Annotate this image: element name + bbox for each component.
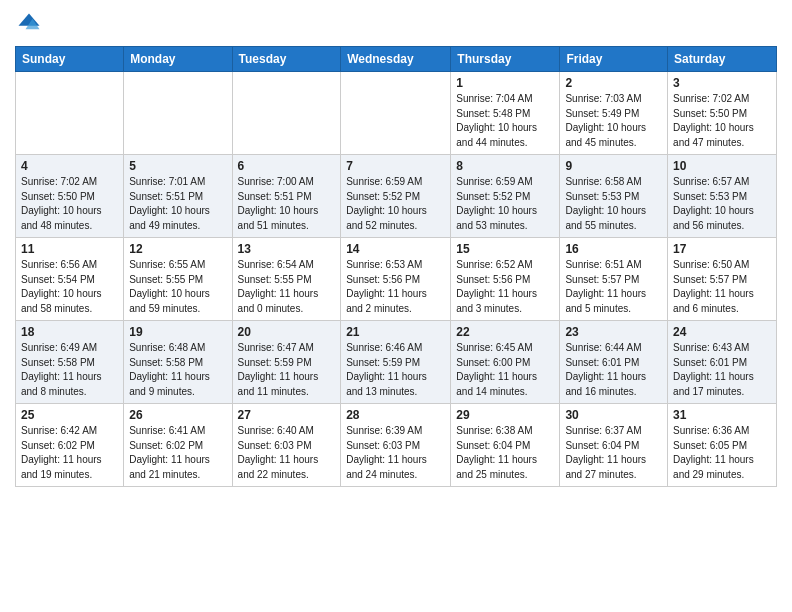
- day-number: 16: [565, 242, 662, 256]
- day-info: Sunrise: 6:58 AM Sunset: 5:53 PM Dayligh…: [565, 175, 662, 233]
- calendar-cell: 23Sunrise: 6:44 AM Sunset: 6:01 PM Dayli…: [560, 321, 668, 404]
- day-info: Sunrise: 6:52 AM Sunset: 5:56 PM Dayligh…: [456, 258, 554, 316]
- day-info: Sunrise: 6:42 AM Sunset: 6:02 PM Dayligh…: [21, 424, 118, 482]
- day-info: Sunrise: 6:59 AM Sunset: 5:52 PM Dayligh…: [346, 175, 445, 233]
- day-number: 18: [21, 325, 118, 339]
- calendar-cell: 3Sunrise: 7:02 AM Sunset: 5:50 PM Daylig…: [668, 72, 777, 155]
- calendar-header-row: SundayMondayTuesdayWednesdayThursdayFrid…: [16, 47, 777, 72]
- day-info: Sunrise: 6:43 AM Sunset: 6:01 PM Dayligh…: [673, 341, 771, 399]
- day-info: Sunrise: 6:41 AM Sunset: 6:02 PM Dayligh…: [129, 424, 226, 482]
- calendar-cell: 10Sunrise: 6:57 AM Sunset: 5:53 PM Dayli…: [668, 155, 777, 238]
- calendar-cell: 4Sunrise: 7:02 AM Sunset: 5:50 PM Daylig…: [16, 155, 124, 238]
- logo-icon: [15, 10, 43, 38]
- calendar-cell: 21Sunrise: 6:46 AM Sunset: 5:59 PM Dayli…: [341, 321, 451, 404]
- calendar-cell: 2Sunrise: 7:03 AM Sunset: 5:49 PM Daylig…: [560, 72, 668, 155]
- calendar-cell: 7Sunrise: 6:59 AM Sunset: 5:52 PM Daylig…: [341, 155, 451, 238]
- header: [15, 10, 777, 38]
- day-number: 30: [565, 408, 662, 422]
- day-number: 5: [129, 159, 226, 173]
- day-number: 17: [673, 242, 771, 256]
- calendar-cell: 11Sunrise: 6:56 AM Sunset: 5:54 PM Dayli…: [16, 238, 124, 321]
- day-info: Sunrise: 6:37 AM Sunset: 6:04 PM Dayligh…: [565, 424, 662, 482]
- calendar-cell: 25Sunrise: 6:42 AM Sunset: 6:02 PM Dayli…: [16, 404, 124, 487]
- calendar-cell: [341, 72, 451, 155]
- calendar-cell: 17Sunrise: 6:50 AM Sunset: 5:57 PM Dayli…: [668, 238, 777, 321]
- day-number: 1: [456, 76, 554, 90]
- day-number: 19: [129, 325, 226, 339]
- day-number: 2: [565, 76, 662, 90]
- calendar-cell: 31Sunrise: 6:36 AM Sunset: 6:05 PM Dayli…: [668, 404, 777, 487]
- calendar-cell: 16Sunrise: 6:51 AM Sunset: 5:57 PM Dayli…: [560, 238, 668, 321]
- calendar-cell: 22Sunrise: 6:45 AM Sunset: 6:00 PM Dayli…: [451, 321, 560, 404]
- calendar: SundayMondayTuesdayWednesdayThursdayFrid…: [15, 46, 777, 487]
- day-info: Sunrise: 6:40 AM Sunset: 6:03 PM Dayligh…: [238, 424, 336, 482]
- day-number: 26: [129, 408, 226, 422]
- calendar-cell: [16, 72, 124, 155]
- calendar-cell: [124, 72, 232, 155]
- calendar-cell: 9Sunrise: 6:58 AM Sunset: 5:53 PM Daylig…: [560, 155, 668, 238]
- calendar-week-3: 11Sunrise: 6:56 AM Sunset: 5:54 PM Dayli…: [16, 238, 777, 321]
- day-number: 12: [129, 242, 226, 256]
- day-info: Sunrise: 6:48 AM Sunset: 5:58 PM Dayligh…: [129, 341, 226, 399]
- day-number: 15: [456, 242, 554, 256]
- day-number: 22: [456, 325, 554, 339]
- calendar-header-tuesday: Tuesday: [232, 47, 341, 72]
- calendar-cell: 1Sunrise: 7:04 AM Sunset: 5:48 PM Daylig…: [451, 72, 560, 155]
- day-number: 23: [565, 325, 662, 339]
- calendar-cell: 12Sunrise: 6:55 AM Sunset: 5:55 PM Dayli…: [124, 238, 232, 321]
- day-number: 8: [456, 159, 554, 173]
- day-info: Sunrise: 7:01 AM Sunset: 5:51 PM Dayligh…: [129, 175, 226, 233]
- day-info: Sunrise: 6:59 AM Sunset: 5:52 PM Dayligh…: [456, 175, 554, 233]
- day-number: 21: [346, 325, 445, 339]
- calendar-cell: 5Sunrise: 7:01 AM Sunset: 5:51 PM Daylig…: [124, 155, 232, 238]
- calendar-header-sunday: Sunday: [16, 47, 124, 72]
- day-info: Sunrise: 6:54 AM Sunset: 5:55 PM Dayligh…: [238, 258, 336, 316]
- calendar-cell: 18Sunrise: 6:49 AM Sunset: 5:58 PM Dayli…: [16, 321, 124, 404]
- day-number: 9: [565, 159, 662, 173]
- calendar-header-wednesday: Wednesday: [341, 47, 451, 72]
- day-info: Sunrise: 6:53 AM Sunset: 5:56 PM Dayligh…: [346, 258, 445, 316]
- day-number: 10: [673, 159, 771, 173]
- day-number: 31: [673, 408, 771, 422]
- calendar-cell: 29Sunrise: 6:38 AM Sunset: 6:04 PM Dayli…: [451, 404, 560, 487]
- calendar-header-friday: Friday: [560, 47, 668, 72]
- day-number: 3: [673, 76, 771, 90]
- day-info: Sunrise: 6:51 AM Sunset: 5:57 PM Dayligh…: [565, 258, 662, 316]
- calendar-week-4: 18Sunrise: 6:49 AM Sunset: 5:58 PM Dayli…: [16, 321, 777, 404]
- calendar-cell: 13Sunrise: 6:54 AM Sunset: 5:55 PM Dayli…: [232, 238, 341, 321]
- calendar-cell: 24Sunrise: 6:43 AM Sunset: 6:01 PM Dayli…: [668, 321, 777, 404]
- calendar-cell: [232, 72, 341, 155]
- calendar-cell: 27Sunrise: 6:40 AM Sunset: 6:03 PM Dayli…: [232, 404, 341, 487]
- calendar-cell: 8Sunrise: 6:59 AM Sunset: 5:52 PM Daylig…: [451, 155, 560, 238]
- calendar-header-thursday: Thursday: [451, 47, 560, 72]
- calendar-week-5: 25Sunrise: 6:42 AM Sunset: 6:02 PM Dayli…: [16, 404, 777, 487]
- day-info: Sunrise: 6:49 AM Sunset: 5:58 PM Dayligh…: [21, 341, 118, 399]
- day-info: Sunrise: 6:39 AM Sunset: 6:03 PM Dayligh…: [346, 424, 445, 482]
- day-info: Sunrise: 7:04 AM Sunset: 5:48 PM Dayligh…: [456, 92, 554, 150]
- calendar-week-1: 1Sunrise: 7:04 AM Sunset: 5:48 PM Daylig…: [16, 72, 777, 155]
- calendar-cell: 14Sunrise: 6:53 AM Sunset: 5:56 PM Dayli…: [341, 238, 451, 321]
- day-number: 29: [456, 408, 554, 422]
- calendar-header-saturday: Saturday: [668, 47, 777, 72]
- svg-marker-0: [19, 14, 40, 26]
- calendar-cell: 19Sunrise: 6:48 AM Sunset: 5:58 PM Dayli…: [124, 321, 232, 404]
- day-info: Sunrise: 6:57 AM Sunset: 5:53 PM Dayligh…: [673, 175, 771, 233]
- day-number: 24: [673, 325, 771, 339]
- page: SundayMondayTuesdayWednesdayThursdayFrid…: [0, 0, 792, 502]
- calendar-cell: 15Sunrise: 6:52 AM Sunset: 5:56 PM Dayli…: [451, 238, 560, 321]
- day-info: Sunrise: 7:03 AM Sunset: 5:49 PM Dayligh…: [565, 92, 662, 150]
- day-number: 14: [346, 242, 445, 256]
- day-info: Sunrise: 6:50 AM Sunset: 5:57 PM Dayligh…: [673, 258, 771, 316]
- day-number: 7: [346, 159, 445, 173]
- day-number: 6: [238, 159, 336, 173]
- calendar-cell: 20Sunrise: 6:47 AM Sunset: 5:59 PM Dayli…: [232, 321, 341, 404]
- day-info: Sunrise: 7:02 AM Sunset: 5:50 PM Dayligh…: [673, 92, 771, 150]
- day-info: Sunrise: 6:55 AM Sunset: 5:55 PM Dayligh…: [129, 258, 226, 316]
- day-number: 11: [21, 242, 118, 256]
- logo: [15, 10, 47, 38]
- day-info: Sunrise: 6:47 AM Sunset: 5:59 PM Dayligh…: [238, 341, 336, 399]
- day-info: Sunrise: 6:56 AM Sunset: 5:54 PM Dayligh…: [21, 258, 118, 316]
- calendar-cell: 28Sunrise: 6:39 AM Sunset: 6:03 PM Dayli…: [341, 404, 451, 487]
- day-number: 28: [346, 408, 445, 422]
- calendar-cell: 30Sunrise: 6:37 AM Sunset: 6:04 PM Dayli…: [560, 404, 668, 487]
